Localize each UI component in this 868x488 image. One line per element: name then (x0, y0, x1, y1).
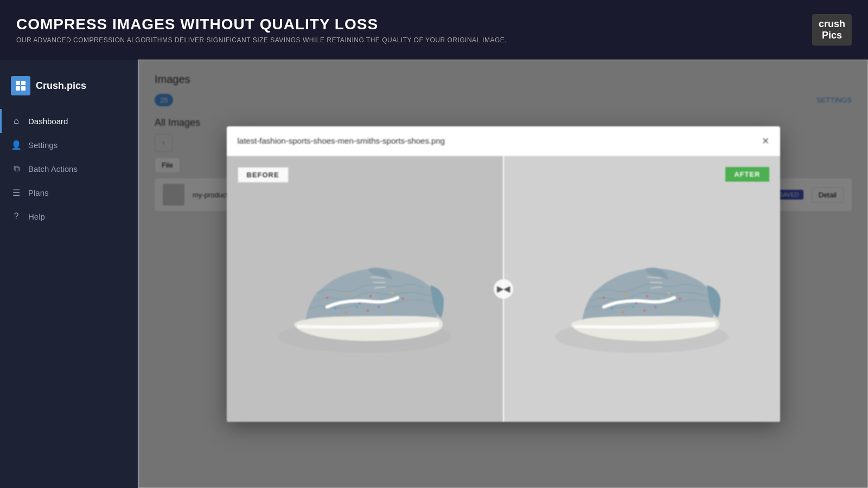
sidebar-brand-text: Crush.pics (36, 80, 86, 92)
home-icon: ⌂ (11, 115, 22, 126)
svg-point-9 (369, 295, 372, 297)
modal: latest-fashion-sports-shoes-men-smiths-s… (227, 126, 780, 422)
svg-point-29 (668, 292, 670, 294)
svg-point-23 (603, 297, 605, 299)
before-image (262, 207, 468, 371)
svg-point-32 (622, 311, 624, 313)
top-logo: crush Pics (812, 14, 852, 46)
header-title: COMPRESS IMAGES WITHOUT QUALITY LOSS (16, 16, 507, 33)
help-icon: ? (11, 211, 22, 222)
header-subtitle: OUR ADVANCED COMPRESSION ALGORITHMS DELI… (16, 36, 507, 44)
svg-point-34 (643, 310, 646, 312)
sidebar-nav: ⌂ Dashboard 👤 Settings ⧉ Batch Actions ☰… (0, 109, 138, 228)
sidebar-item-label-plans: Plans (28, 188, 49, 197)
svg-rect-3 (21, 86, 25, 91)
svg-point-30 (679, 298, 681, 300)
svg-point-14 (345, 311, 347, 313)
sidebar-item-batch-actions[interactable]: ⧉ Batch Actions (0, 157, 138, 181)
sidebar-item-help[interactable]: ? Help (0, 204, 138, 228)
svg-rect-1 (21, 81, 25, 85)
svg-point-36 (665, 309, 667, 311)
after-image (539, 207, 745, 371)
sidebar-item-label-help: Help (28, 212, 45, 221)
svg-rect-2 (16, 86, 20, 91)
after-side (503, 156, 780, 422)
modal-title: latest-fashion-sports-shoes-men-smiths-s… (238, 136, 445, 145)
svg-point-16 (367, 310, 369, 312)
modal-overlay: latest-fashion-sports-shoes-men-smiths-s… (138, 60, 868, 488)
modal-body: ▶◀ BEFORE AFTER (227, 156, 780, 422)
svg-point-17 (378, 306, 380, 308)
svg-point-31 (611, 307, 613, 310)
sidebar-item-label-settings: Settings (28, 140, 58, 150)
svg-point-33 (633, 306, 635, 308)
sidebar-brand-icon (11, 76, 30, 95)
sidebar-item-label-dashboard: Dashboard (28, 117, 68, 126)
sidebar-brand: Crush.pics (0, 70, 138, 109)
modal-header: latest-fashion-sports-shoes-men-smiths-s… (227, 126, 780, 156)
svg-point-35 (654, 306, 656, 308)
svg-point-27 (646, 295, 648, 297)
svg-point-15 (356, 306, 358, 308)
top-header: COMPRESS IMAGES WITHOUT QUALITY LOSS OUR… (0, 0, 868, 60)
layers-icon: ⧉ (11, 163, 22, 174)
sidebar-item-dashboard[interactable]: ⌂ Dashboard (0, 109, 138, 133)
sidebar-item-settings[interactable]: 👤 Settings (0, 133, 138, 157)
main-content: Images 25 SETTINGS All Images ↑ File my-… (138, 60, 868, 488)
sidebar-item-plans[interactable]: ☰ Plans (0, 181, 138, 204)
svg-point-11 (391, 292, 393, 294)
header-text: COMPRESS IMAGES WITHOUT QUALITY LOSS OUR… (16, 16, 507, 44)
svg-point-7 (348, 293, 350, 296)
svg-point-12 (402, 298, 404, 300)
logo-crush: crush (819, 18, 845, 30)
before-label: BEFORE (238, 167, 289, 183)
after-label: AFTER (725, 167, 769, 182)
svg-point-13 (334, 307, 336, 310)
app-area: Crush.pics ⌂ Dashboard 👤 Settings ⧉ Batc… (0, 60, 868, 488)
person-icon: 👤 (11, 139, 22, 150)
svg-point-5 (326, 297, 328, 299)
sidebar: Crush.pics ⌂ Dashboard 👤 Settings ⧉ Batc… (0, 60, 138, 488)
split-container: ▶◀ BEFORE AFTER (227, 156, 780, 422)
split-handle[interactable]: ▶◀ (494, 279, 513, 299)
modal-close-button[interactable]: × (762, 135, 769, 147)
svg-rect-0 (16, 81, 20, 85)
menu-icon: ☰ (11, 187, 22, 198)
svg-point-18 (388, 309, 391, 311)
sidebar-item-label-batch: Batch Actions (28, 164, 78, 174)
logo-pics: Pics (822, 30, 842, 41)
before-side (227, 156, 503, 422)
svg-point-25 (624, 293, 627, 296)
